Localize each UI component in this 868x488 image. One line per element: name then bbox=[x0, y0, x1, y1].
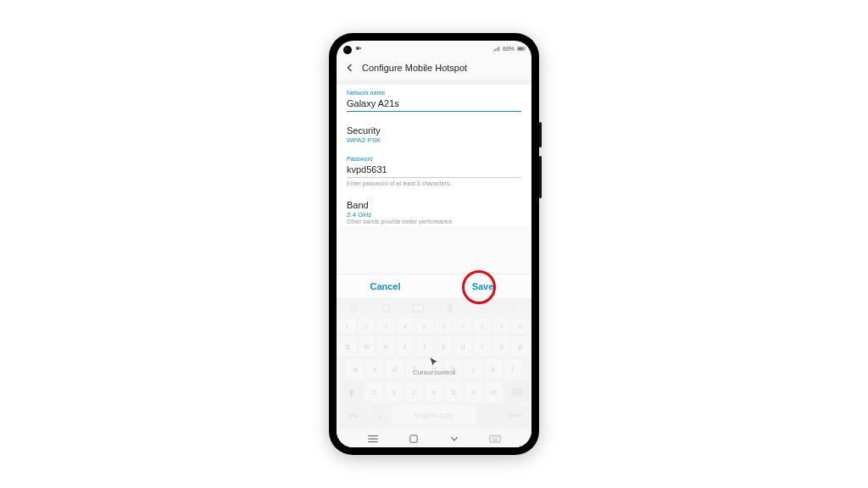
svg-point-15 bbox=[481, 308, 483, 310]
key-a[interactable]: a bbox=[347, 359, 364, 380]
key-u[interactable]: u bbox=[454, 336, 471, 357]
key-s[interactable]: s bbox=[366, 359, 383, 380]
emoji-icon[interactable] bbox=[339, 302, 369, 315]
key-t[interactable]: t bbox=[416, 336, 433, 357]
back-icon[interactable] bbox=[345, 63, 355, 73]
key-6[interactable]: 6 bbox=[436, 319, 453, 334]
key-n[interactable]: n bbox=[465, 382, 482, 402]
key-q[interactable]: q bbox=[339, 336, 356, 357]
space-key[interactable]: English (US) bbox=[393, 405, 475, 425]
cancel-button[interactable]: Cancel bbox=[337, 281, 434, 291]
keyboard-toolbar bbox=[339, 301, 529, 316]
key-h[interactable]: h bbox=[445, 359, 462, 380]
security-label: Security bbox=[347, 125, 521, 136]
key-0[interactable]: 0 bbox=[512, 319, 529, 334]
key-3[interactable]: 3 bbox=[377, 319, 394, 334]
svg-rect-3 bbox=[497, 47, 498, 51]
security-value: WPA2 PSK bbox=[347, 136, 521, 144]
side-button bbox=[539, 156, 542, 198]
network-name-input[interactable]: Galaxy A21s bbox=[347, 97, 521, 112]
keyboard-row-3: zxcvbnm bbox=[339, 382, 529, 402]
soft-keyboard[interactable]: 1234567890 qwertyuiop asdfghjkl zxcvbnm … bbox=[337, 297, 531, 430]
save-button[interactable]: Save bbox=[434, 281, 531, 291]
password-input[interactable]: kvpd5631 bbox=[347, 163, 521, 178]
key-j[interactable]: j bbox=[465, 359, 481, 380]
band-note: Other bands provide better performance bbox=[347, 219, 521, 225]
network-name-field[interactable]: Network name Galaxy A21s bbox=[337, 85, 531, 117]
security-field[interactable]: Security WPA2 PSK bbox=[337, 117, 531, 149]
svg-rect-4 bbox=[498, 47, 499, 51]
key-w[interactable]: w bbox=[359, 336, 376, 357]
recents-button[interactable] bbox=[367, 434, 379, 444]
gif-icon[interactable] bbox=[403, 302, 433, 315]
svg-point-8 bbox=[350, 305, 358, 313]
key-g[interactable]: g bbox=[426, 359, 442, 380]
key-m[interactable]: m bbox=[485, 382, 502, 402]
shift-key[interactable] bbox=[339, 382, 364, 402]
svg-rect-6 bbox=[518, 47, 524, 49]
symbols-key[interactable]: !#1 bbox=[339, 405, 368, 425]
period-key[interactable]: . bbox=[477, 405, 498, 425]
battery-text: 88% bbox=[503, 46, 515, 52]
camera-status-icon bbox=[355, 45, 362, 52]
key-x[interactable]: x bbox=[386, 382, 403, 402]
password-field[interactable]: Password kvpd5631 Enter password of at l… bbox=[337, 149, 531, 191]
key-b[interactable]: b bbox=[445, 382, 462, 402]
keyboard-row-2: asdfghjkl bbox=[339, 359, 529, 380]
phone-frame: 88% Configure Mobile Hotspot Network nam… bbox=[329, 33, 539, 455]
key-f[interactable]: f bbox=[406, 359, 423, 380]
keyboard-switch-button[interactable] bbox=[489, 435, 501, 443]
band-value: 2.4 GHz bbox=[347, 211, 521, 219]
comma-key[interactable]: , bbox=[370, 405, 391, 425]
back-button[interactable] bbox=[449, 434, 459, 444]
key-c[interactable]: c bbox=[405, 382, 422, 402]
svg-rect-11 bbox=[382, 305, 389, 312]
svg-point-10 bbox=[354, 308, 355, 308]
network-name-label: Network name bbox=[347, 90, 521, 96]
key-r[interactable]: r bbox=[397, 336, 414, 357]
key-p[interactable]: p bbox=[512, 336, 529, 357]
key-9[interactable]: 9 bbox=[493, 319, 510, 334]
svg-rect-21 bbox=[410, 435, 417, 442]
settings-icon[interactable] bbox=[467, 302, 497, 315]
key-8[interactable]: 8 bbox=[474, 319, 491, 334]
battery-icon bbox=[517, 46, 526, 52]
key-l[interactable]: l bbox=[504, 359, 521, 380]
next-key[interactable]: Next bbox=[500, 405, 529, 425]
svg-rect-13 bbox=[448, 303, 452, 309]
key-y[interactable]: y bbox=[436, 336, 453, 357]
key-o[interactable]: o bbox=[493, 336, 510, 357]
status-left bbox=[355, 45, 362, 52]
key-z[interactable]: z bbox=[366, 382, 383, 402]
keyboard-row-4: !#1 , English (US) . Next bbox=[339, 405, 529, 425]
key-i[interactable]: i bbox=[474, 336, 491, 357]
content-area: Network name Galaxy A21s Security WPA2 P… bbox=[337, 80, 531, 447]
expand-icon[interactable] bbox=[499, 302, 529, 315]
key-2[interactable]: 2 bbox=[359, 319, 376, 334]
backspace-key[interactable] bbox=[504, 382, 529, 402]
key-7[interactable]: 7 bbox=[454, 319, 471, 334]
key-1[interactable]: 1 bbox=[339, 319, 356, 334]
page-header: Configure Mobile Hotspot bbox=[337, 56, 531, 80]
svg-rect-12 bbox=[413, 305, 424, 312]
status-bar: 88% bbox=[337, 41, 531, 56]
key-4[interactable]: 4 bbox=[397, 319, 414, 334]
svg-rect-1 bbox=[493, 49, 494, 51]
key-v[interactable]: v bbox=[426, 382, 442, 402]
mic-icon[interactable] bbox=[436, 302, 465, 315]
svg-rect-7 bbox=[525, 47, 526, 49]
phone-screen: 88% Configure Mobile Hotspot Network nam… bbox=[337, 41, 531, 447]
band-label: Band bbox=[347, 200, 521, 210]
key-5[interactable]: 5 bbox=[416, 319, 433, 334]
svg-point-9 bbox=[352, 308, 353, 308]
key-d[interactable]: d bbox=[386, 359, 403, 380]
password-help: Enter password of at least 8 characters. bbox=[347, 180, 521, 186]
band-field[interactable]: Band 2.4 GHz Other bands provide better … bbox=[337, 191, 531, 226]
side-button bbox=[539, 122, 542, 147]
home-button[interactable] bbox=[409, 434, 419, 444]
key-e[interactable]: e bbox=[377, 336, 394, 357]
key-k[interactable]: k bbox=[485, 359, 502, 380]
sticker-icon[interactable] bbox=[371, 302, 401, 315]
page-title: Configure Mobile Hotspot bbox=[362, 63, 467, 73]
keyboard-row-numbers: 1234567890 bbox=[339, 319, 529, 334]
